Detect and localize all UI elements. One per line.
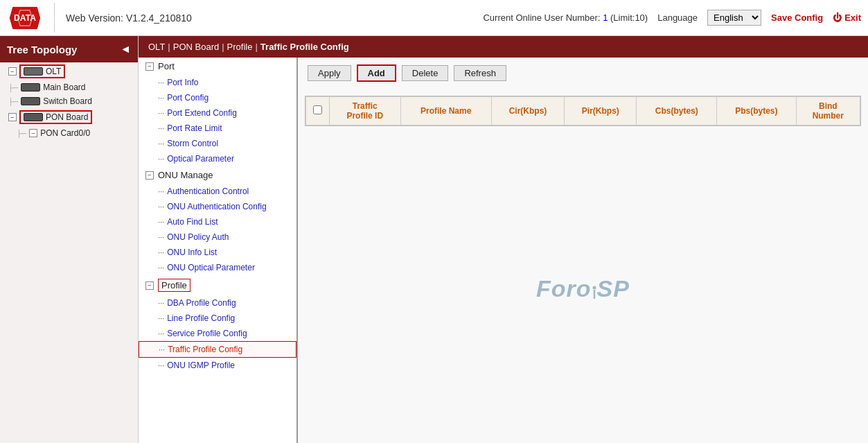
menu-item-traffic-profile[interactable]: ··· Traffic Profile Config <box>139 341 296 358</box>
menu-item-optical-parameter[interactable]: ··· Optical Parameter <box>139 151 296 166</box>
menu-pane: − Port ··· Port Info ··· Port Config ···… <box>139 58 298 443</box>
connector-main-board: ├─ <box>8 84 18 92</box>
dot-optical: ··· <box>158 155 164 163</box>
breadcrumb-profile[interactable]: Profile <box>227 42 253 52</box>
tree-item-olt[interactable]: − OLT <box>0 62 138 80</box>
sidebar-header: Tree Topology ◄ <box>0 36 138 62</box>
switch-board-icon <box>21 97 40 105</box>
auto-find-label: Auto Find List <box>167 217 218 227</box>
port-section-label: Port <box>158 61 175 71</box>
tree-item-pon-card[interactable]: ├─ − PON Card0/0 <box>0 126 138 140</box>
tree-item-main-board[interactable]: ├─ Main Board <box>0 80 138 94</box>
olt-node[interactable]: OLT <box>19 64 65 78</box>
menu-item-storm-control[interactable]: ··· Storm Control <box>139 136 296 151</box>
language-label: Language <box>657 12 698 23</box>
header-right: Current Online User Number: 1 (Limit:10)… <box>483 10 861 26</box>
dot-port-extend: ··· <box>158 109 164 117</box>
action-bar: Apply Add Delete Refresh <box>298 58 868 89</box>
onu-section-header[interactable]: − ONU Manage <box>139 166 296 184</box>
olt-expand-btn[interactable]: − <box>8 67 17 76</box>
pon-card-expand-btn[interactable]: − <box>29 129 37 137</box>
menu-section-onu: − ONU Manage ··· Authentication Control … <box>139 166 296 275</box>
breadcrumb-sep-1: | <box>168 42 170 52</box>
col-pbs: Pbs(bytes) <box>717 97 797 125</box>
select-all-checkbox[interactable] <box>313 105 322 114</box>
sidebar: Tree Topology ◄ − OLT ├─ Main Board ├─ S… <box>0 36 139 443</box>
dot-port-rate: ··· <box>158 124 164 132</box>
menu-item-line-profile[interactable]: ··· Line Profile Config <box>139 311 296 326</box>
watermark-text: ForoSP <box>536 274 630 303</box>
dot-storm: ··· <box>158 139 164 148</box>
signal-dot-icon <box>592 279 596 300</box>
onu-info-label: ONU Info List <box>167 247 217 257</box>
menu-item-onu-igmp[interactable]: ··· ONU IGMP Profile <box>139 358 296 373</box>
save-config-link[interactable]: Save Config <box>771 12 823 23</box>
refresh-button[interactable]: Refresh <box>454 65 506 81</box>
breadcrumb-current: Traffic Profile Config <box>260 42 349 52</box>
pon-board-node[interactable]: PON Board <box>19 110 92 124</box>
dot-onu-info: ··· <box>158 248 164 257</box>
col-traffic-profile-id: TrafficProfile ID <box>330 97 401 125</box>
pon-board-expand-btn[interactable]: − <box>8 113 17 121</box>
menu-item-auth-control[interactable]: ··· Authentication Control <box>139 184 296 199</box>
add-button[interactable]: Add <box>357 64 396 82</box>
menu-item-dba-profile[interactable]: ··· DBA Profile Config <box>139 295 296 311</box>
menu-item-onu-auth-config[interactable]: ··· ONU Authentication Config <box>139 199 296 214</box>
dot-onu-policy: ··· <box>158 233 164 241</box>
onu-auth-config-label: ONU Authentication Config <box>167 202 266 211</box>
dot-port-config: ··· <box>158 94 164 102</box>
main-layout: Tree Topology ◄ − OLT ├─ Main Board ├─ S… <box>0 36 868 443</box>
menu-item-auto-find[interactable]: ··· Auto Find List <box>139 214 296 229</box>
pon-card-label: PON Card0/0 <box>40 128 90 138</box>
onu-section-label: ONU Manage <box>158 170 213 180</box>
menu-item-service-profile[interactable]: ··· Service Profile Config <box>139 326 296 341</box>
watermark-area: ForoSP <box>298 133 868 443</box>
menu-item-onu-policy[interactable]: ··· ONU Policy Auth <box>139 229 296 245</box>
web-version-label: Web Version: V1.2.4_210810 <box>66 12 483 24</box>
profile-section-header[interactable]: − Profile <box>139 275 296 295</box>
breadcrumb-pon-board[interactable]: PON Board <box>173 42 219 52</box>
profile-section-label: Profile <box>158 279 191 292</box>
breadcrumb-olt[interactable]: OLT <box>148 42 165 52</box>
line-profile-label: Line Profile Config <box>167 313 235 323</box>
col-cir: Cir(Kbps) <box>491 97 564 125</box>
menu-item-port-rate-limit[interactable]: ··· Port Rate Limit <box>139 121 296 136</box>
connector-pon-card: ├─ <box>17 130 26 137</box>
onu-expand-btn[interactable]: − <box>145 171 154 180</box>
optical-parameter-label: Optical Parameter <box>167 154 234 164</box>
auth-control-label: Authentication Control <box>167 186 249 196</box>
language-select[interactable]: English Chinese <box>707 10 761 26</box>
menu-item-port-extend-config[interactable]: ··· Port Extend Config <box>139 105 296 121</box>
menu-item-onu-info[interactable]: ··· ONU Info List <box>139 245 296 260</box>
profile-expand-btn[interactable]: − <box>145 281 154 290</box>
delete-button[interactable]: Delete <box>402 65 449 81</box>
menu-item-onu-optical[interactable]: ··· ONU Optical Parameter <box>139 260 296 275</box>
olt-label: OLT <box>46 67 61 76</box>
tree-item-switch-board[interactable]: ├─ Switch Board <box>0 94 138 108</box>
breadcrumb-sep-2: | <box>222 42 224 52</box>
port-expand-btn[interactable]: − <box>145 62 154 71</box>
storm-control-label: Storm Control <box>167 139 218 148</box>
menu-section-port: − Port ··· Port Info ··· Port Config ···… <box>139 58 296 166</box>
power-icon: ⏻ <box>833 12 842 23</box>
content-area: OLT | PON Board | Profile | Traffic Prof… <box>139 36 868 443</box>
port-extend-label: Port Extend Config <box>167 108 237 118</box>
switch-board-label: Switch Board <box>43 96 92 106</box>
tree-item-pon-board[interactable]: − PON Board <box>0 108 138 126</box>
menu-section-profile: − Profile ··· DBA Profile Config ··· Lin… <box>139 275 296 373</box>
menu-item-port-config[interactable]: ··· Port Config <box>139 90 296 105</box>
dot-onu-auth: ··· <box>158 202 164 211</box>
menu-item-port-info[interactable]: ··· Port Info <box>139 75 296 90</box>
onu-igmp-label: ONU IGMP Profile <box>167 361 235 370</box>
sidebar-collapse-arrow[interactable]: ◄ <box>120 43 131 55</box>
dot-dba: ··· <box>158 299 164 307</box>
config-pane: Apply Add Delete Refresh TrafficPr <box>298 58 868 443</box>
port-section-header[interactable]: − Port <box>139 58 296 75</box>
apply-button[interactable]: Apply <box>308 65 351 81</box>
dot-onu-optical: ··· <box>158 263 164 272</box>
split-pane: − Port ··· Port Info ··· Port Config ···… <box>139 58 868 443</box>
exit-button[interactable]: ⏻ Exit <box>833 12 861 23</box>
dot-auto-find: ··· <box>158 218 164 226</box>
port-info-label: Port Info <box>167 78 198 87</box>
config-table: TrafficProfile ID Profile Name Cir(Kbps)… <box>305 96 860 125</box>
